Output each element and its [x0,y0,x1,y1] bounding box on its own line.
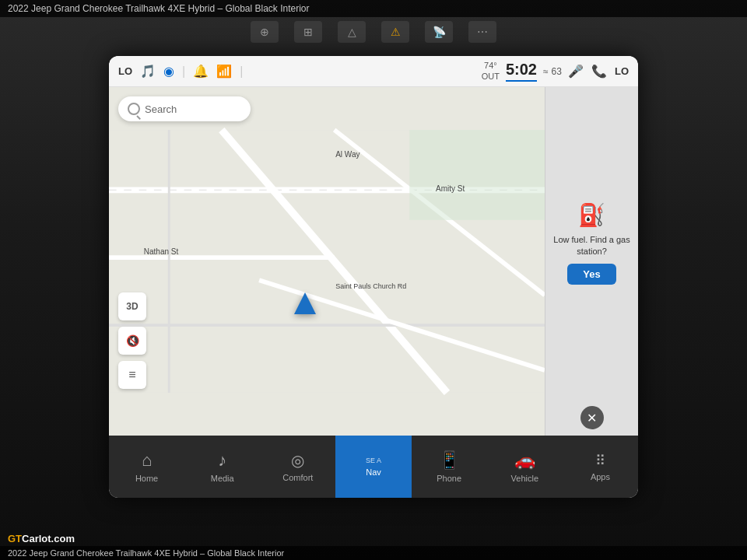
menu-button[interactable]: ≡ [118,361,146,389]
watermark-top-text: 2022 Jeep Grand Cherokee Trailhawk 4XE H… [8,3,310,14]
apps-icon: ⠿ [595,452,605,469]
top-watermark: 2022 Jeep Grand Cherokee Trailhawk 4XE H… [0,0,747,17]
home-icon: ⌂ [142,450,152,471]
dash-btn-3[interactable]: △ [338,21,366,43]
road-label-stpauls: Saint Pauls Church Rd [335,282,406,290]
fan-icon: ≈ [543,66,549,77]
bell-icon: 🔔 [193,64,209,79]
nav-item-nav[interactable]: SE A Nav [335,436,411,498]
temp-value: 74° [482,61,500,71]
divider-1: | [182,65,185,79]
bottom-watermark: 2022 Jeep Grand Cherokee Trailhawk 4XE H… [0,546,747,560]
home-label: Home [135,474,158,483]
close-notification-button[interactable]: ✕ [580,406,604,429]
media-label: Media [211,474,234,483]
status-left: LO 🎵 ◉ | 🔔 📶 | [118,64,475,79]
3d-button[interactable]: 3D [118,292,146,320]
gtcarlot-logo: GTCarlot.com [8,533,75,544]
dash-btn-1[interactable]: ⊕ [251,21,279,43]
mute-button[interactable]: 🔇 [118,327,146,355]
status-bar: LO 🎵 ◉ | 🔔 📶 | 74° OUT 5:02 ≈ 63 [109,56,638,87]
comfort-icon: ◎ [291,451,304,470]
phone-nav-icon: 📱 [439,450,460,471]
dash-btn-5[interactable]: 📡 [425,21,453,43]
nav-item-comfort[interactable]: ◎ Comfort [260,436,335,498]
vehicle-label: Vehicle [511,474,538,483]
dash-btn-6[interactable]: ⋯ [468,21,496,43]
car-position-arrow [294,292,316,314]
search-icon [128,103,140,115]
right-panel: ⛽ Low fuel. Find a gas station? Yes ✕ [545,87,638,436]
dash-top-controls: ⊕ ⊞ △ ⚠ 📡 ⋯ [39,14,708,49]
media-icon: ♪ [218,450,226,471]
mic-icon[interactable]: 🎤 [568,64,584,79]
nav-label: Nav [366,467,381,477]
nav-item-home[interactable]: ⌂ Home [109,436,184,498]
map-area[interactable]: Search Al Way Amity St Nathan St Saint P… [109,87,545,436]
status-center: 74° OUT 5:02 ≈ 63 [482,61,562,82]
search-text: Search [145,103,177,115]
apps-label: Apps [591,472,610,481]
fuel-icon: ⛽ [578,202,605,228]
fuel-text: Low fuel. Find a gas station? [552,234,632,258]
search-bar[interactable]: Search [118,96,251,121]
phone-label: Phone [437,474,461,483]
map-controls: 3D 🔇 ≡ [118,292,146,389]
nav-item-vehicle[interactable]: 🚗 Vehicle [487,436,563,498]
dash-btn-2[interactable]: ⊞ [294,21,322,43]
fuel-notification: ⛽ Low fuel. Find a gas station? Yes [545,87,638,400]
nav-active-icon: ◉ [163,64,174,79]
fan-speed: 63 [552,66,562,77]
nav-item-apps[interactable]: ⠿ Apps [563,436,638,498]
road-label-amity: Amity St [436,184,465,193]
screen-inner: LO 🎵 ◉ | 🔔 📶 | 74° OUT 5:02 ≈ 63 [109,56,638,498]
audio-icon: 🎵 [140,64,156,79]
divider-2: | [240,65,243,79]
outside-temp: 74° OUT [482,61,500,81]
main-content: Search Al Way Amity St Nathan St Saint P… [109,87,638,436]
lo-left: LO [118,65,132,77]
yes-button[interactable]: Yes [567,264,615,285]
svg-rect-9 [409,130,545,220]
bottom-nav: ⌂ Home ♪ Media ◎ Comfort SE A Nav 📱 Phon… [109,436,638,498]
nav-item-media[interactable]: ♪ Media [184,436,260,498]
infotainment-screen: LO 🎵 ◉ | 🔔 📶 | 74° OUT 5:02 ≈ 63 [109,56,638,498]
nav-item-phone[interactable]: 📱 Phone [412,436,487,498]
vehicle-icon: 🚗 [514,450,535,471]
nav-sub: SE A [366,457,381,464]
road-label-alway: Al Way [335,150,359,159]
comfort-label: Comfort [282,473,313,482]
phone-icon[interactable]: 📞 [591,64,607,79]
lo-right: LO [615,65,629,77]
time-display: 5:02 [506,61,537,82]
road-label-nathan: Nathan St [144,247,178,256]
wifi-icon: 📶 [216,64,232,79]
map-svg [109,87,545,436]
dash-btn-4[interactable]: ⚠ [381,21,409,43]
temp-label: OUT [482,72,500,82]
fan-info: ≈ 63 [543,66,562,77]
watermark-bottom-text: 2022 Jeep Grand Cherokee Trailhawk 4XE H… [8,548,284,558]
status-right: 🎤 📞 LO [568,64,629,79]
